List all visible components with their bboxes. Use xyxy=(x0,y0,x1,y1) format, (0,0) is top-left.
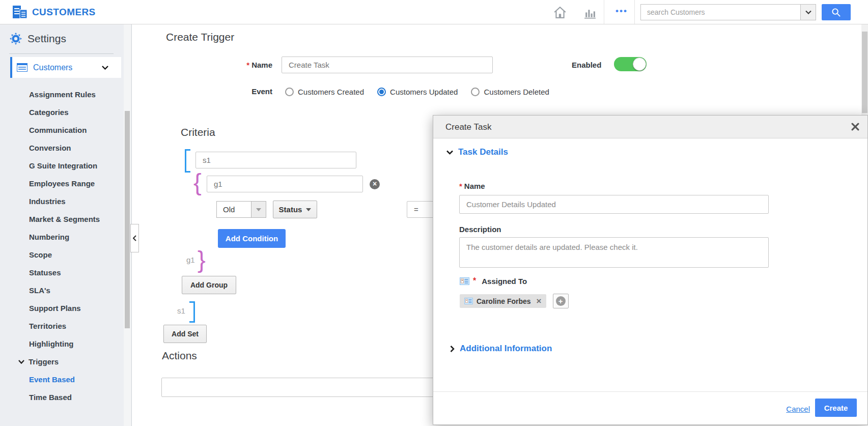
sidebar-item-assignment-rules[interactable]: Assignment Rules xyxy=(0,86,122,103)
search-scope-dropdown[interactable] xyxy=(800,5,816,20)
sidebar-item-highlighting[interactable]: Highlighting xyxy=(0,335,122,353)
add-condition-button[interactable]: Add Condition xyxy=(218,229,286,248)
add-assignee-button[interactable] xyxy=(553,294,569,308)
sidebar-item-slas[interactable]: SLA's xyxy=(0,281,122,299)
sidebar-header: Settings xyxy=(9,32,66,45)
sidebar-item-conversion[interactable]: Conversion xyxy=(0,139,122,157)
add-set-button[interactable]: Add Set xyxy=(163,325,207,343)
sidebar-item-g-suite-integration[interactable]: G Suite Integration xyxy=(0,157,122,175)
page-title: Create Trigger xyxy=(166,31,234,43)
search-box xyxy=(640,4,816,20)
top-bar: CUSTOMERS ••• xyxy=(0,0,868,24)
modal-footer: Cancel Create xyxy=(433,391,867,424)
task-description-textarea[interactable] xyxy=(459,237,769,268)
required-marker: * xyxy=(246,61,249,69)
gear-icon xyxy=(9,32,22,45)
radio-customers-deleted[interactable]: Customers Deleted xyxy=(471,88,549,96)
sidebar-scrollbar-thumb[interactable] xyxy=(125,111,130,328)
settings-menu: Assignment Rules Categories Communicatio… xyxy=(0,86,122,404)
group-close-label: g1 xyxy=(186,255,195,264)
app-title: CUSTOMERS xyxy=(32,7,96,18)
event-label: Event xyxy=(209,87,272,96)
assigned-to-label: Assigned To xyxy=(482,277,527,286)
create-button[interactable]: Create xyxy=(815,399,857,417)
customers-icon xyxy=(17,63,27,72)
modal-title: Create Task xyxy=(445,116,491,138)
add-group-button[interactable]: Add Group xyxy=(182,276,236,294)
radio-icon xyxy=(471,88,480,96)
divider xyxy=(634,0,635,24)
search-button[interactable] xyxy=(822,4,851,20)
sidebar-item-scope[interactable]: Scope xyxy=(0,246,122,264)
sidebar-item-triggers[interactable]: Triggers xyxy=(0,353,122,371)
enabled-toggle[interactable] xyxy=(614,57,647,71)
home-button[interactable] xyxy=(552,5,568,19)
assigned-to-label-row: * Assigned To xyxy=(460,276,527,286)
sidebar-item-market-segments[interactable]: Market & Segments xyxy=(0,210,122,228)
close-icon xyxy=(851,123,859,131)
actions-title: Actions xyxy=(162,350,197,362)
additional-info-section-toggle[interactable]: Additional Information xyxy=(450,344,552,354)
contact-card-icon xyxy=(464,298,473,304)
sidebar-item-label: Customers xyxy=(33,63,72,72)
condition-source-select[interactable]: Old xyxy=(216,201,266,218)
sidebar-scrollbar[interactable] xyxy=(124,24,131,426)
set-close-label: s1 xyxy=(177,306,185,315)
chevron-down-icon xyxy=(18,360,24,364)
trigger-name-input[interactable] xyxy=(282,56,493,73)
modal-header: Create Task xyxy=(433,116,867,138)
more-menu-button[interactable]: ••• xyxy=(609,0,634,24)
sidebar-title: Settings xyxy=(27,33,66,45)
assignee-name: Caroline Forbes xyxy=(477,297,531,305)
close-button[interactable] xyxy=(851,123,859,131)
create-task-modal: Create Task Task Details *Name Descripti… xyxy=(433,115,868,425)
sidebar-item-statuses[interactable]: Statuses xyxy=(0,264,122,281)
chevron-down-icon xyxy=(102,66,108,70)
remove-group-icon[interactable] xyxy=(370,179,380,189)
radio-customers-created[interactable]: Customers Created xyxy=(285,88,364,96)
analytics-button[interactable] xyxy=(582,6,597,20)
set-name-input[interactable] xyxy=(195,152,356,168)
bar-chart-icon xyxy=(583,7,596,19)
page-scrollbar-thumb[interactable] xyxy=(862,32,867,113)
sidebar-item-support-plans[interactable]: Support Plans xyxy=(0,299,122,317)
sidebar-item-numbering[interactable]: Numbering xyxy=(0,228,122,246)
divider xyxy=(9,53,114,54)
app-root: CUSTOMERS ••• xyxy=(0,0,868,426)
settings-sidebar: Settings Customers Assignment Rules Cate… xyxy=(0,24,132,426)
sidebar-item-event-based[interactable]: Event Based xyxy=(0,371,122,388)
task-name-input[interactable] xyxy=(459,195,769,214)
sidebar-item-industries[interactable]: Industries xyxy=(0,192,122,210)
radio-customers-updated[interactable]: Customers Updated xyxy=(377,88,458,96)
required-marker: * xyxy=(473,276,476,286)
plus-icon xyxy=(556,296,566,306)
set-close-bracket xyxy=(189,301,195,323)
search-input[interactable] xyxy=(641,5,800,20)
task-details-section-toggle[interactable]: Task Details xyxy=(446,147,508,157)
cancel-button[interactable]: Cancel xyxy=(786,405,810,413)
chevron-down-icon xyxy=(306,208,311,211)
divider xyxy=(604,0,604,24)
sidebar-item-categories[interactable]: Categories xyxy=(0,103,122,121)
sidebar-item-employees-range[interactable]: Employees Range xyxy=(0,175,122,192)
contact-card-icon xyxy=(460,277,469,285)
page-scrollbar[interactable] xyxy=(861,24,868,115)
group-name-input[interactable] xyxy=(207,176,363,192)
sidebar-item-time-based[interactable]: Time Based xyxy=(0,388,122,404)
enabled-label: Enabled xyxy=(572,61,601,69)
sidebar-collapse-handle[interactable] xyxy=(130,224,139,252)
chevron-down-icon xyxy=(446,150,453,155)
sidebar-item-communication[interactable]: Communication xyxy=(0,121,122,139)
task-description-label: Description xyxy=(459,225,501,234)
condition-field-dropdown[interactable]: Status xyxy=(273,201,317,218)
radio-icon xyxy=(285,88,294,96)
action-input[interactable] xyxy=(161,378,472,397)
sidebar-item-customers[interactable]: Customers xyxy=(10,57,121,78)
assignee-chip: Caroline Forbes xyxy=(460,294,546,308)
remove-assignee-icon[interactable] xyxy=(537,297,542,305)
search-icon xyxy=(831,8,841,17)
sidebar-item-territories[interactable]: Territories xyxy=(0,317,122,335)
criteria-title: Criteria xyxy=(181,126,215,138)
app-logo[interactable]: CUSTOMERS xyxy=(12,5,96,19)
set-open-bracket xyxy=(185,149,190,173)
